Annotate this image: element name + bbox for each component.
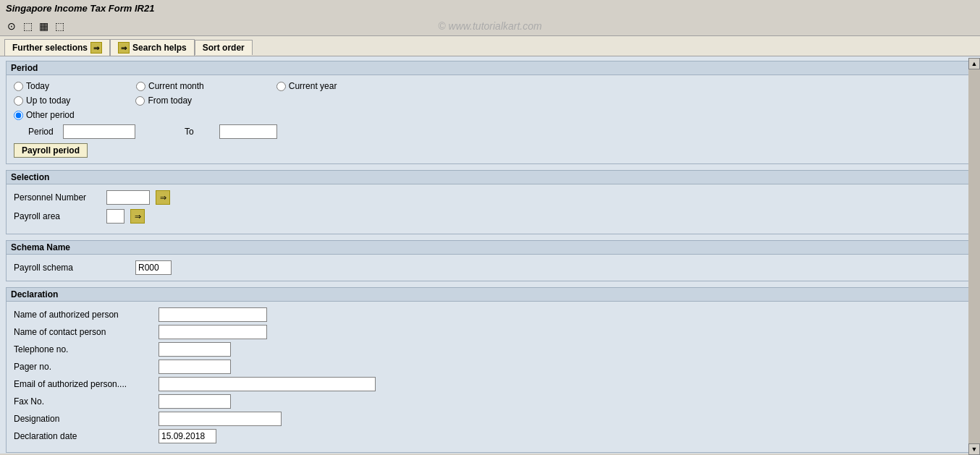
current-year-radio[interactable] xyxy=(276,82,286,91)
contact-person-input[interactable] xyxy=(159,325,267,339)
scrollbar-right[interactable]: ▲ ▼ xyxy=(968,58,980,454)
from-today-label[interactable]: From today xyxy=(135,95,192,106)
personnel-number-label: Personnel Number xyxy=(14,192,101,203)
payroll-area-input[interactable] xyxy=(106,209,124,224)
period-row-3: Other period xyxy=(14,110,966,120)
from-today-text: From today xyxy=(148,95,192,106)
pager-row: Pager no. xyxy=(14,360,966,374)
current-year-label[interactable]: Current year xyxy=(276,81,337,91)
declaration-section: Declaration Name of authorized person Na… xyxy=(6,287,974,453)
personnel-number-row: Personnel Number ⇒ xyxy=(14,190,966,205)
search-helps-label: Search helps xyxy=(132,43,187,53)
tab-further-selections[interactable]: Further selections ⇒ xyxy=(4,39,110,56)
other-period-radio[interactable] xyxy=(14,111,23,120)
main-content: Period Today Current month Current year xyxy=(0,56,980,454)
period-row-2: Up to today From today xyxy=(14,95,966,106)
contact-person-row: Name of contact person xyxy=(14,325,966,339)
email-input[interactable] xyxy=(159,377,376,391)
pager-label: Pager no. xyxy=(14,362,159,372)
from-today-radio[interactable] xyxy=(135,96,145,106)
declaration-date-label: Declaration date xyxy=(14,431,159,441)
schema-name-header: Schema Name xyxy=(7,241,973,255)
find-icon[interactable]: ⬚ xyxy=(52,19,67,33)
back-icon[interactable]: ⊙ xyxy=(4,19,19,33)
fax-row: Fax No. xyxy=(14,394,966,409)
declaration-header: Declaration xyxy=(7,288,973,302)
authorized-person-label: Name of authorized person xyxy=(14,310,159,320)
payroll-schema-label: Payroll schema xyxy=(14,263,130,273)
current-month-label[interactable]: Current month xyxy=(136,81,204,91)
tab-bar: Further selections ⇒ ⇒ Search helps Sort… xyxy=(0,36,980,56)
up-to-today-radio[interactable] xyxy=(14,96,23,106)
further-selections-arrow: ⇒ xyxy=(90,42,102,54)
scroll-up-arrow[interactable]: ▲ xyxy=(968,58,980,69)
today-radio[interactable] xyxy=(14,82,23,91)
designation-label: Designation xyxy=(14,414,159,424)
declaration-date-input[interactable] xyxy=(159,429,216,443)
forward-icon[interactable]: ⬚ xyxy=(20,19,35,33)
period-section: Period Today Current month Current year xyxy=(6,61,974,164)
period-to-input[interactable] xyxy=(219,124,277,139)
pager-input[interactable] xyxy=(159,360,231,374)
current-year-text: Current year xyxy=(289,81,337,91)
up-to-today-text: Up to today xyxy=(26,95,70,106)
further-selections-label: Further selections xyxy=(12,43,88,53)
period-header: Period xyxy=(7,61,973,75)
fax-input[interactable] xyxy=(159,394,231,409)
personnel-number-input[interactable] xyxy=(106,190,150,205)
scroll-track xyxy=(968,69,980,443)
declaration-body: Name of authorized person Name of contac… xyxy=(7,302,973,452)
declaration-date-row: Declaration date xyxy=(14,429,966,443)
period-from-label: Period xyxy=(28,127,57,137)
designation-row: Designation xyxy=(14,412,966,426)
tab-search-helps[interactable]: ⇒ Search helps xyxy=(110,39,195,56)
payroll-area-select-btn[interactable]: ⇒ xyxy=(130,209,145,224)
current-month-radio[interactable] xyxy=(136,82,145,91)
payroll-period-button[interactable]: Payroll period xyxy=(14,143,88,158)
schema-name-section: Schema Name Payroll schema xyxy=(6,240,974,281)
today-label[interactable]: Today xyxy=(14,81,49,91)
payroll-schema-input[interactable] xyxy=(135,260,172,275)
save-icon[interactable]: ▦ xyxy=(36,19,51,33)
email-label: Email of authorized person.... xyxy=(14,379,159,389)
period-row-1: Today Current month Current year xyxy=(14,81,966,91)
tab-sort-order[interactable]: Sort order xyxy=(195,40,253,55)
window-title: Singapore Income Tax Form IR21 xyxy=(0,0,980,17)
authorized-person-row: Name of authorized person xyxy=(14,307,966,322)
selection-section: Selection Personnel Number ⇒ Payroll are… xyxy=(6,170,974,234)
today-text: Today xyxy=(26,81,49,91)
payroll-schema-row: Payroll schema xyxy=(14,260,966,275)
period-input-row: Period To xyxy=(14,124,966,139)
period-to-label: To xyxy=(185,127,214,137)
search-helps-arrow: ⇒ xyxy=(118,42,130,54)
designation-input[interactable] xyxy=(159,412,282,426)
current-month-text: Current month xyxy=(148,81,204,91)
period-body: Today Current month Current year Up to t… xyxy=(7,75,973,163)
telephone-row: Telephone no. xyxy=(14,342,966,357)
fax-label: Fax No. xyxy=(14,396,159,407)
payroll-period-row: Payroll period xyxy=(14,143,966,158)
title-text: Singapore Income Tax Form IR21 xyxy=(6,3,154,14)
contact-person-label: Name of contact person xyxy=(14,327,159,337)
selection-body: Personnel Number ⇒ Payroll area ⇒ xyxy=(7,184,973,234)
telephone-input[interactable] xyxy=(159,342,231,357)
other-period-label[interactable]: Other period xyxy=(14,110,75,120)
selection-header: Selection xyxy=(7,171,973,184)
sort-order-label: Sort order xyxy=(203,43,245,53)
payroll-area-row: Payroll area ⇒ xyxy=(14,209,966,224)
authorized-person-input[interactable] xyxy=(159,307,267,322)
schema-name-body: Payroll schema xyxy=(7,255,973,281)
toolbar: ⊙ ⬚ ▦ ⬚ © www.tutorialkart.com xyxy=(0,17,980,36)
telephone-label: Telephone no. xyxy=(14,344,159,354)
period-from-input[interactable] xyxy=(63,124,135,139)
personnel-number-select-btn[interactable]: ⇒ xyxy=(156,190,170,205)
watermark: © www.tutorialkart.com xyxy=(438,20,541,32)
other-period-text: Other period xyxy=(26,110,75,120)
scroll-down-arrow[interactable]: ▼ xyxy=(968,443,980,454)
payroll-area-label: Payroll area xyxy=(14,211,101,221)
email-row: Email of authorized person.... xyxy=(14,377,966,391)
up-to-today-label[interactable]: Up to today xyxy=(14,95,70,106)
